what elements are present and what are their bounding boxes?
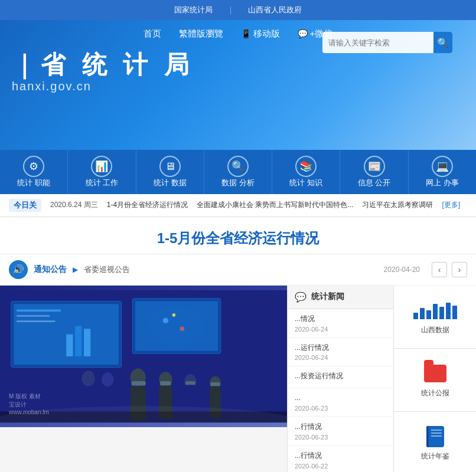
news-link-2[interactable]: 全面建成小康社会 乘势而上书写新时代中国特色... (197, 200, 353, 210)
notice-date: 2020-04-20 (384, 266, 420, 274)
banner-headline: 1-5月份全省经济运行情况 (0, 217, 476, 254)
sidebar-item-nianjian[interactable]: 统计年鉴 (394, 412, 476, 472)
sidebar-label-gongbao: 统计公报 (421, 388, 449, 398)
nav-menu-label-tongjizhi: 统计 知识 (289, 178, 322, 188)
svg-rect-4 (17, 315, 50, 317)
svg-rect-7 (75, 326, 81, 356)
date-info: 2020.6.24 周三 (50, 200, 98, 210)
search-input[interactable] (322, 38, 433, 47)
notice-arrow: ▶ (73, 266, 78, 274)
content-area: 今日关 2020.6.24 周三 1-4月份全省经济运行情况 全面建成小康社会 … (0, 194, 476, 472)
news-link-1[interactable]: 1-4月份全省经济运行情况 (107, 200, 188, 210)
watermark-line3: www.moban.lm (9, 409, 49, 415)
news-item-date: 2020-06-24 (295, 326, 386, 333)
nav-menu-item-tongjizhi[interactable]: 📚统计 知识 (272, 150, 340, 194)
main-image: M 版权 素材 宝设计 www.moban.lm (0, 286, 287, 427)
bar-chart-bar (433, 304, 438, 319)
sidebar-label-shanxi: 山西数据 (421, 325, 449, 335)
bar-chart-icon (422, 299, 448, 322)
svg-rect-27 (185, 381, 195, 385)
nav-menu-label-wangshangbanshi: 网上 办事 (426, 178, 459, 188)
nav-menu-item-xinxigongkai[interactable]: 📰信息 公开 (340, 150, 408, 194)
svg-point-14 (180, 326, 184, 330)
top-bar-link2[interactable]: 山西省人民政府 (248, 5, 302, 14)
svg-rect-5 (17, 320, 55, 322)
svg-rect-21 (131, 381, 145, 385)
nav-menu-icon-tongjishuju: 🖥 (159, 156, 181, 177)
nav-trad[interactable]: 繁體版瀏覽 (179, 28, 223, 40)
nav-menu-label-tongjigongzuo: 统计 工作 (86, 178, 119, 188)
sidebar-item-gongbao[interactable]: 统计公报 (394, 349, 476, 412)
right-sidebar: 山西数据 统计公报 统计年鉴 (393, 286, 476, 472)
nav-menu-item-tongjijineng[interactable]: ⚙统计 职能 (0, 150, 68, 194)
nav-home[interactable]: 首页 (144, 28, 161, 40)
news-item[interactable]: ...行情况2020-06-22 (288, 446, 393, 472)
nav-menu-bar: ⚙统计 职能📊统计 工作🖥统计 数据🔍数据 分析📚统计 知识📰信息 公开💻网上 … (0, 150, 476, 194)
svg-rect-30 (210, 382, 220, 386)
svg-point-18 (102, 372, 114, 386)
nav-menu-icon-wangshangbanshi: 💻 (432, 156, 453, 177)
nav-menu-label-tongjishuju: 统计 数据 (154, 178, 187, 188)
notice-prev-button[interactable]: ‹ (432, 262, 447, 277)
news-item-title: ...投资运行情况 (295, 371, 386, 381)
news-item-title: ...运行情况 (295, 343, 386, 353)
nav-menu-label-tongjijineng: 统计 职能 (17, 178, 50, 188)
nav-menu-icon-tongjigongzuo: 📊 (91, 156, 112, 177)
search-button[interactable]: 🔍 (433, 32, 452, 53)
news-item-date: 2020-06-22 (295, 463, 386, 470)
sidebar-label-nianjian: 统计年鉴 (421, 451, 449, 461)
notice-submenu[interactable]: 省委巡视公告 (84, 264, 130, 275)
watermark: M 版权 素材 宝设计 www.moban.lm (9, 392, 49, 415)
bar-chart-bar (413, 313, 418, 319)
nav-menu-icon-shujufenxi: 🔍 (227, 156, 249, 177)
svg-rect-3 (17, 309, 61, 312)
today-bar: 今日关 2020.6.24 周三 1-4月份全省经济运行情况 全面建成小康社会 … (0, 194, 476, 217)
news-item-date: 2020-06-23 (295, 434, 386, 441)
nav-menu-label-xinxigongkai: 信息 公开 (358, 178, 391, 188)
svg-point-16 (81, 371, 94, 386)
notice-type[interactable]: 通知公告 (34, 264, 67, 275)
notice-next-button[interactable]: › (452, 262, 467, 277)
news-link-3[interactable]: 习近平在太原考察调研 (362, 200, 433, 210)
watermark-line1: M 版权 素材 (9, 392, 49, 401)
news-item[interactable]: ...运行情况2020-06-24 (288, 338, 393, 367)
nav-menu-item-wangshangbanshi[interactable]: 💻网上 办事 (409, 150, 476, 194)
news-item-date: 2020-06-24 (295, 354, 386, 361)
today-tag: 今日关 (9, 199, 41, 212)
stats-news-header: 💬 统计新闻 (288, 286, 393, 309)
wechat-icon: 💬 (298, 29, 308, 38)
stats-news-panel: 💬 统计新闻 ...情况2020-06-24...运行情况2020-06-24.… (287, 286, 393, 472)
news-item-title: ...情况 (295, 314, 386, 324)
book-icon (422, 425, 448, 448)
nav-mobile[interactable]: 移动版 (253, 28, 280, 38)
nav-menu-icon-xinxigongkai: 📰 (364, 156, 385, 177)
mobile-icon: 📱 (241, 29, 251, 38)
news-item[interactable]: ...行情况2020-06-23 (288, 417, 393, 446)
nav-mobile-group: 📱 移动版 (241, 28, 280, 40)
svg-rect-8 (84, 329, 90, 356)
svg-rect-24 (160, 381, 171, 385)
news-item[interactable]: ...情况2020-06-24 (288, 309, 393, 338)
svg-rect-9 (93, 317, 99, 356)
search-bar: 🔍 (322, 32, 452, 53)
logo-line1: ｜省 统 计 局 (12, 51, 464, 78)
notice-bar: 🔊 通知公告 ▶ 省委巡视公告 2020-04-20 ‹ › (0, 254, 476, 286)
bar-chart-bar (452, 306, 457, 319)
top-bar-link1[interactable]: 国家统计局 (174, 5, 213, 14)
news-item-title: ...行情况 (295, 451, 386, 461)
news-item-date: 2020-06-23 (295, 405, 386, 412)
chat-icon: 💬 (295, 291, 307, 303)
svg-rect-6 (66, 335, 73, 356)
nav-menu-item-tongjigongzuo[interactable]: 📊统计 工作 (68, 150, 136, 194)
bar-chart-bar (426, 310, 431, 319)
news-item[interactable]: ...2020-06-23 (288, 388, 393, 417)
stats-news-title: 统计新闻 (311, 291, 344, 302)
nav-menu-item-tongjishuju[interactable]: 🖥统计 数据 (136, 150, 204, 194)
more-link[interactable]: [更多] (442, 200, 460, 210)
top-bar-divider: ｜ (227, 5, 234, 14)
logo-line2: hanxi.gov.cn (12, 80, 464, 93)
news-item[interactable]: ...投资运行情况 (288, 366, 393, 388)
sidebar-item-shanxi-data[interactable]: 山西数据 (394, 286, 476, 349)
news-item-title: ... (295, 393, 386, 403)
nav-menu-item-shujufenxi[interactable]: 🔍数据 分析 (204, 150, 272, 194)
